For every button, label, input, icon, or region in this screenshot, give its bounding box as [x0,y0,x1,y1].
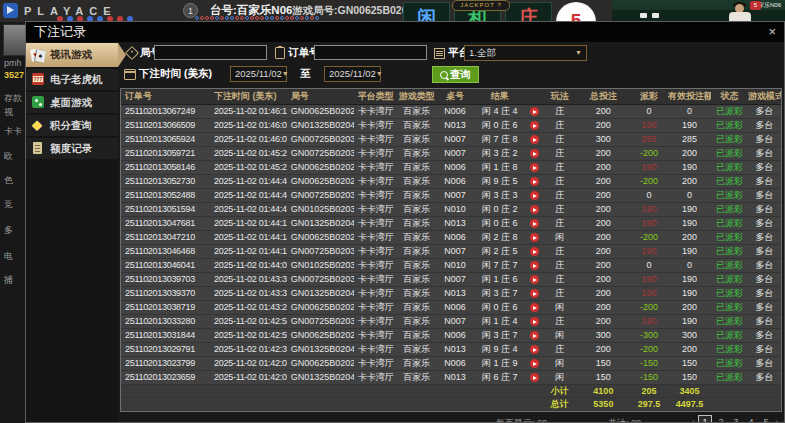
avatar [3,24,25,56]
replay-video-button[interactable] [530,107,539,116]
roadmap-dot [280,16,284,20]
prev-page-button[interactable]: ‹ [692,417,695,423]
lobby-nav-fragment: 存款 [4,92,22,105]
replay-video-button[interactable] [530,289,539,298]
cell-time: 2025-11-02 01:42:50 [210,329,287,343]
cell-total-bet: 200 [577,203,630,217]
cell-payout: 190 [630,273,668,287]
replay-video-button[interactable] [530,163,539,172]
page-button-2[interactable]: 2 [715,416,727,423]
replay-video-button[interactable] [530,121,539,130]
replay-video-button[interactable] [530,205,539,214]
cell-round: GN01025B0203T [287,203,354,217]
replay-video-button[interactable] [530,219,539,228]
page-button-3[interactable]: 3 [730,416,742,423]
replay-video-button[interactable] [530,261,539,270]
replay-video-button[interactable] [530,247,539,256]
cell-round: GN00725B0203S [287,315,354,329]
cell-total-bet: 150 [577,371,630,385]
jackpot-pill: JACKPOT ? [452,0,510,11]
sidebar-item-gem[interactable]: 积分查询 [26,115,118,136]
cell-tableno: N006 [436,161,474,175]
page-button-1[interactable]: 1 [698,415,712,423]
cell-round: GN00625B0202R [287,357,354,371]
order-input[interactable] [314,45,427,60]
roadmap-dot [285,16,289,20]
cell-game-mode: 多台 [748,189,781,203]
cell-total-bet: 200 [577,119,630,133]
dealer-video-thumbnail[interactable]: 百家乐N06 5 [612,0,785,22]
page-button-4[interactable]: 4 [745,416,757,423]
close-icon[interactable]: × [768,22,776,42]
replay-video-button[interactable] [530,345,539,354]
cell-valid-bet: 150 [668,371,711,385]
cell-total-bet: 200 [577,315,630,329]
replay-video-button[interactable] [530,331,539,340]
replay-video-button[interactable] [530,191,539,200]
round-input[interactable] [154,45,267,60]
subtotal-row: 小计 4100 205 3405 [121,385,781,398]
cell-platform: 卡卡湾厅 [354,329,398,343]
cell-play: 庄 [543,245,577,259]
replay-video-button[interactable] [530,373,539,382]
bet-tile-banker[interactable]: 庄 [505,2,552,22]
cell-game-mode: 多台 [748,357,781,371]
roadmap-dot [290,16,294,20]
bet-tile-player[interactable]: 闲 [403,2,450,22]
lobby-nav-fragment: pmh [4,58,22,68]
cell-gametype: 百家乐 [398,119,436,133]
status-badge: 已派彩 [711,175,748,189]
calendar-icon [124,69,136,80]
status-badge: 已派彩 [711,161,748,175]
card-icon [652,13,659,18]
cell-result: 闲 4 庄 4 [474,105,525,119]
cell-tableno: N006 [436,105,474,119]
next-page-button[interactable]: › [775,417,778,423]
page-button-5[interactable]: 5 [760,416,772,423]
replay-video-button[interactable] [530,275,539,284]
replay-video-button[interactable] [530,177,539,186]
cell-game-mode: 多台 [748,315,781,329]
bet-record-row: 251102013039703 2025-11-02 01:43:35 GN00… [121,273,781,287]
modal-title-bar: 下注记录 × [26,22,784,42]
cell-time: 2025-11-02 01:44:14 [210,231,287,245]
cell-game-mode: 多台 [748,301,781,315]
bet-time-label: 下注时间 (美东) [124,67,212,81]
col-time: 下注时间 (美东) [210,89,287,105]
chevron-down-icon: ▼ [575,46,582,60]
query-button[interactable]: 查询 [432,66,479,83]
cell-game-mode: 多台 [748,119,781,133]
lobby-nav-fragment: 竞 [4,198,13,211]
sidebar-item-slot[interactable]: 电子老虎机 [26,69,118,90]
roadmap-dot [235,16,239,20]
replay-video-button[interactable] [530,359,539,368]
replay-video-button[interactable] [530,317,539,326]
cell-game-mode: 多台 [748,133,781,147]
status-badge: 已派彩 [711,301,748,315]
roadmap-dot [250,16,254,20]
replay-video-button[interactable] [530,233,539,242]
cell-tableno: N010 [436,259,474,273]
col-status: 状态 [711,89,748,105]
cell-payout: 0 [630,259,668,273]
date-to-select[interactable]: 2025/11/02 ▼ [324,66,381,82]
cell-result: 闲 1 庄 4 [474,315,525,329]
roadmap-dot [230,16,234,20]
cell-gametype: 百家乐 [398,371,436,385]
sidebar-item-doc[interactable]: 额度记录 [26,138,118,159]
replay-video-button[interactable] [530,149,539,158]
cell-platform: 卡卡湾厅 [354,357,398,371]
date-from-select[interactable]: 2025/11/02 ▼ [230,66,287,82]
cell-payout: 190 [630,245,668,259]
cell-gametype: 百家乐 [398,245,436,259]
replay-video-button[interactable] [530,135,539,144]
sidebar-item-dice[interactable]: 桌面游戏 [26,92,118,113]
cell-round: GN00625B0202V [287,175,354,189]
subtotal-label: 小计 [543,385,577,398]
cell-result: 闲 3 庄 7 [474,287,525,301]
roadmap-dot [270,16,274,20]
platform-select[interactable]: 1.全部 ▼ [464,45,587,61]
sidebar-item-cards[interactable]: 视讯游戏 [26,43,118,67]
replay-video-button[interactable] [530,303,539,312]
cell-total-bet: 200 [577,105,630,119]
